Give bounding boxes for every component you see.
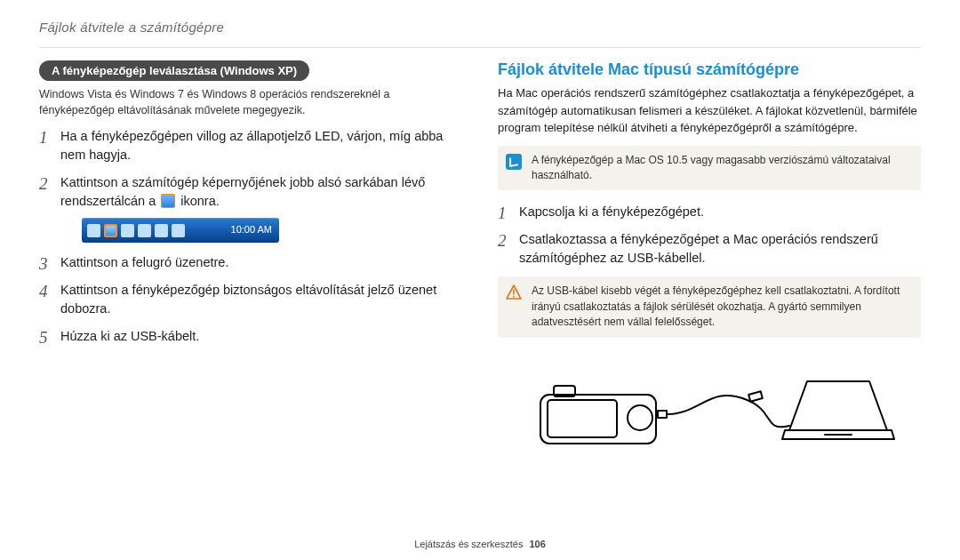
- step-text: Kattintson a számítógép képernyőjének jo…: [60, 175, 425, 208]
- svg-point-5: [628, 405, 652, 430]
- step-text: Kapcsolja ki a fényképezőgépet.: [519, 204, 704, 219]
- steps-list-mac: 1 Kapcsolja ki a fényképezőgépet. 2 Csat…: [498, 203, 921, 268]
- systray-icon: [87, 224, 100, 237]
- step-number: 5: [39, 325, 48, 350]
- step-text: Kattintson a felugró üzenetre.: [60, 255, 228, 269]
- step-number: 4: [39, 279, 48, 304]
- document-page: Fájlok átvitele a számítógépre A fénykép…: [0, 0, 960, 560]
- page-header: Fájlok átvitele a számítógépre: [39, 20, 921, 35]
- info-note-mac-os-version: A fényképezőgép a Mac OS 10.5 vagy magas…: [498, 146, 921, 191]
- systray-remove-hardware-icon: [161, 194, 175, 208]
- windows-taskbar-systray: 10:00 AM: [82, 218, 279, 243]
- section-pill-windows-xp: A fényképezőgép leválasztása (Windows XP…: [39, 60, 309, 81]
- step-item: 1 Ha a fényképezőgépen villog az állapot…: [39, 127, 462, 164]
- header-divider: [39, 47, 921, 48]
- svg-point-2: [513, 296, 515, 298]
- step-number: 1: [39, 125, 48, 150]
- warning-icon: [506, 284, 522, 300]
- systray-icon: [172, 224, 185, 237]
- step-number: 1: [498, 201, 507, 226]
- intro-text-windows: Windows Vista és Windows 7 és Windows 8 …: [39, 86, 462, 118]
- right-column: Fájlok átvitele Mac típusú számítógépre …: [498, 60, 921, 466]
- steps-list-windows: 1 Ha a fényképezőgépen villog az állapot…: [39, 127, 462, 346]
- step-number: 2: [498, 228, 507, 253]
- systray-remove-hardware-icon: [104, 224, 117, 237]
- svg-rect-4: [548, 400, 617, 437]
- page-footer: Lejátszás és szerkesztés 106: [0, 539, 960, 549]
- step-item: 2 Kattintson a számítógép képernyőjének …: [39, 173, 462, 243]
- section-title-mac: Fájlok átvitele Mac típusú számítógépre: [498, 60, 921, 79]
- page-number: 106: [529, 539, 545, 549]
- step-number: 2: [39, 172, 48, 196]
- step-item: 2 Csatlakoztassa a fényképezőgépet a Mac…: [498, 230, 921, 268]
- systray-icon: [121, 224, 134, 237]
- note-text: A fényképezőgép a Mac OS 10.5 vagy magas…: [532, 154, 891, 181]
- step-item: 4 Kattintson a fényképezőgép biztonságos…: [39, 281, 462, 318]
- step-item: 1 Kapcsolja ki a fényképezőgépet.: [498, 203, 921, 221]
- svg-rect-3: [540, 395, 656, 444]
- note-text: Az USB-kábel kisebb végét a fényképezőgé…: [532, 284, 900, 328]
- step-text: Ha a fényképezőgépen villog az állapotje…: [60, 129, 443, 162]
- warning-note-usb: Az USB-kábel kisebb végét a fényképezőgé…: [498, 276, 921, 337]
- two-column-layout: A fényképezőgép leválasztása (Windows XP…: [39, 60, 921, 466]
- step-text: Kattintson a fényképezőgép biztonságos e…: [60, 283, 436, 316]
- camera-to-laptop-diagram: [498, 350, 921, 466]
- step-text: Húzza ki az USB-kábelt.: [60, 329, 199, 343]
- systray-icon: [138, 224, 151, 237]
- step-text: Csatlakoztassa a fényképezőgépet a Mac o…: [519, 232, 878, 265]
- step-text: ikonra.: [180, 194, 220, 208]
- left-column: A fényképezőgép leválasztása (Windows XP…: [39, 60, 462, 466]
- footer-section: Lejátszás és szerkesztés: [414, 539, 523, 549]
- intro-text-mac: Ha Mac operációs rendszerű számítógéphez…: [498, 84, 921, 137]
- svg-rect-7: [658, 411, 667, 418]
- info-icon: [506, 154, 522, 170]
- step-number: 3: [39, 252, 48, 276]
- systray-icon: [155, 224, 168, 237]
- step-item: 3 Kattintson a felugró üzenetre.: [39, 253, 462, 272]
- taskbar-clock: 10:00 AM: [231, 223, 274, 237]
- step-item: 5 Húzza ki az USB-kábelt.: [39, 327, 462, 346]
- svg-rect-8: [748, 391, 763, 401]
